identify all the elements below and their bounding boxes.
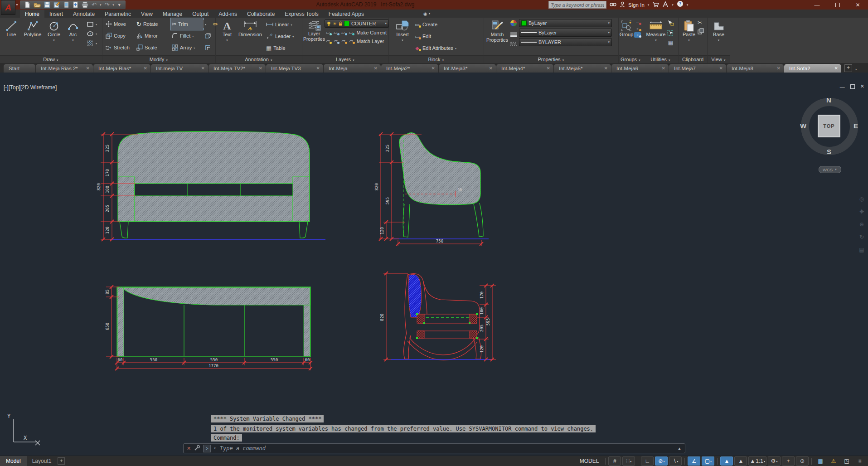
tab-output[interactable]: Output (187, 10, 213, 18)
file-tab[interactable]: Int-Meja✕ (324, 64, 381, 73)
edit-block-button[interactable]: ▭Edit (412, 30, 458, 42)
dimension-button[interactable]: Dimension (236, 18, 265, 37)
linetype-combo[interactable]: BYLAYER▾ (519, 38, 612, 46)
linetype-icon[interactable] (510, 40, 517, 49)
measure-button[interactable]: Measure ▼ (645, 18, 667, 43)
group-button[interactable]: ✦ Group (619, 18, 634, 37)
file-tab[interactable]: Int-Meja3*✕ (439, 64, 496, 73)
match-properties-button[interactable]: Match Properties (486, 18, 508, 43)
viewport-close-icon[interactable]: ✕ (860, 83, 864, 89)
minimize-button[interactable]: — (807, 0, 827, 10)
tab-annotate[interactable]: Annotate (68, 10, 100, 18)
autoscale-icon[interactable]: ▲ (734, 456, 747, 466)
base-button[interactable]: Base ▼ (710, 18, 728, 43)
store-cart-icon[interactable] (652, 1, 659, 9)
panel-label-groups[interactable]: Groups▼ (619, 55, 643, 63)
new-file-icon[interactable] (24, 1, 30, 8)
close-tab-icon[interactable]: ✕ (719, 66, 723, 71)
tab-parametric[interactable]: Parametric (100, 10, 136, 18)
close-tab-icon[interactable]: ✕ (489, 66, 493, 71)
ungroup-icon[interactable]: ▫ (634, 19, 641, 25)
text-button[interactable]: A Text ▼ (218, 18, 236, 43)
file-tab[interactable]: Int-Meja8✕ (727, 64, 784, 73)
tab-home[interactable]: Home (20, 10, 44, 18)
select-similar-icon[interactable] (667, 29, 674, 38)
model-space-indicator[interactable]: MODEL (576, 458, 603, 464)
lineweight-combo[interactable]: ByLayer▾ (519, 29, 612, 37)
command-customize-icon[interactable] (194, 445, 200, 452)
trim-dropdown-icon[interactable]: ▾ (203, 20, 212, 28)
close-tab-icon[interactable]: ✕ (201, 66, 205, 71)
object-snap-tracking-icon[interactable]: ∠ (688, 456, 700, 466)
application-menu-dropdown-icon[interactable]: ▼ (15, 3, 19, 6)
close-tab-icon[interactable]: ✕ (86, 66, 90, 71)
file-tab[interactable]: Int-Meja4*✕ (496, 64, 553, 73)
command-close-icon[interactable]: ✕ (187, 446, 191, 451)
file-tab[interactable]: Int-Meja TV2*✕ (209, 64, 266, 73)
tab-manage[interactable]: Manage (158, 10, 187, 18)
undo-icon[interactable]: ↶ (92, 0, 97, 9)
layer-properties-button[interactable]: Layer Properties (304, 18, 325, 42)
copy-clip-icon[interactable] (698, 28, 704, 36)
help-dropdown-icon[interactable]: ▾ (687, 3, 689, 7)
move-button[interactable]: Move (104, 18, 135, 30)
quick-calculator-icon[interactable]: ▦ (667, 39, 674, 46)
offset-button[interactable] (203, 42, 212, 53)
insert-dropdown-icon[interactable]: ▼ (401, 38, 404, 43)
base-dropdown-icon[interactable]: ▼ (718, 38, 720, 43)
autodesk-app-icon[interactable] (662, 1, 669, 9)
insert-button[interactable]: Insert ▼ (393, 18, 412, 43)
close-tab-icon[interactable]: ✕ (604, 66, 608, 71)
ribbon-display-dropdown-icon[interactable]: ▾ (429, 12, 431, 15)
new-layout-button[interactable]: + (58, 457, 65, 465)
group-edit-icon[interactable]: ▫ (634, 26, 641, 31)
viewport-controls[interactable]: [-][Top][2D Wireframe] (4, 84, 57, 91)
layer-thaw-all-icon[interactable]: ▱ (332, 38, 339, 44)
tab-insert[interactable]: Insert (44, 10, 68, 18)
plot-icon[interactable] (63, 1, 69, 8)
file-tab[interactable]: Int-Meja2*✕ (381, 64, 438, 73)
viewcube[interactable]: N S W E TOP (800, 97, 859, 156)
panel-label-layers[interactable]: Layers▼ (302, 55, 388, 63)
command-recent-icon[interactable]: > (203, 445, 211, 452)
command-recent-dropdown-icon[interactable]: ▾ (214, 447, 216, 450)
close-tab-icon[interactable]: ✕ (259, 66, 262, 71)
line-button[interactable]: Line (2, 18, 21, 37)
viewport-minimize-icon[interactable]: — (840, 84, 845, 89)
trim-button[interactable]: ✂Trim (170, 18, 203, 30)
linear-button[interactable]: Linear▾ (265, 19, 295, 30)
file-tab-start[interactable]: Start (4, 64, 35, 73)
create-block-button[interactable]: ▭Create (412, 19, 458, 30)
viewcube-east[interactable]: E (853, 122, 858, 130)
arc-button[interactable]: Arc ▼ (63, 18, 82, 43)
help-icon[interactable]: ? (677, 0, 684, 9)
circle-dropdown-icon[interactable]: ▼ (53, 38, 55, 43)
steering-wheel-icon[interactable]: ◎ (859, 196, 864, 202)
viewcube-south[interactable]: S (827, 148, 831, 155)
object-snap-icon[interactable]: ▢▾ (702, 456, 714, 466)
close-tab-icon[interactable]: ✕ (834, 66, 838, 71)
showmotion-icon[interactable]: ▤ (859, 247, 864, 253)
panel-label-clipboard[interactable]: Clipboard (679, 55, 707, 63)
leader-button[interactable]: Leader▾ (265, 30, 295, 42)
command-line-bar[interactable]: ✕ > ▾ ▲ (183, 443, 685, 453)
clean-screen-icon[interactable]: ◳ (841, 457, 853, 465)
file-tab[interactable]: Int-Meja5*✕ (554, 64, 611, 73)
viewcube-west[interactable]: W (800, 122, 806, 130)
restore-button[interactable] (827, 0, 848, 10)
layer-off-icon[interactable]: ▱ (348, 29, 354, 35)
panel-label-draw[interactable]: Draw▼ (0, 55, 102, 63)
orbit-icon[interactable]: ↻ (859, 234, 864, 240)
close-tab-icon[interactable]: ✕ (662, 66, 665, 71)
file-tab[interactable]: Int-meja TV✕ (151, 64, 208, 73)
viewcube-top-face[interactable]: TOP (818, 115, 840, 137)
viewcube-north[interactable]: N (826, 96, 831, 104)
pan-icon[interactable]: ✥ (859, 209, 864, 215)
close-tab-icon[interactable]: ✕ (547, 66, 550, 71)
measure-dropdown-icon[interactable]: ▼ (655, 38, 657, 43)
command-input[interactable] (219, 445, 674, 452)
stretch-button[interactable]: Stretch (104, 42, 135, 53)
layer-isolate-icon[interactable]: ▱ (325, 29, 331, 35)
close-tab-icon[interactable]: ✕ (777, 66, 781, 71)
table-button[interactable]: ▦Table (265, 42, 295, 54)
